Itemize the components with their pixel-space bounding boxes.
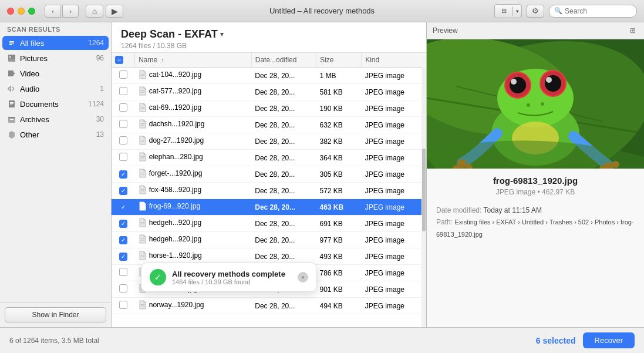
scrollbar-thumb[interactable] [422, 149, 426, 231]
row-size: 305 KB [316, 166, 362, 183]
sidebar-footer: Show in Finder [0, 302, 111, 327]
forward-button[interactable]: › [62, 5, 79, 18]
row-kind: JPEG image [362, 183, 426, 199]
all-files-icon [7, 38, 16, 48]
row-checkbox[interactable] [119, 268, 127, 276]
minimize-button[interactable] [18, 8, 25, 15]
row-size: 977 KB [316, 232, 362, 248]
col-header-name[interactable]: Name ↑ [135, 53, 252, 68]
table-row[interactable]: cat-577...920.jpgDec 28, 20...581 KBJPEG… [112, 84, 426, 100]
row-size: 786 KB [316, 265, 362, 281]
sidebar-item-other[interactable]: Other 13 [2, 127, 109, 142]
row-size: 581 KB [316, 84, 362, 100]
table-row[interactable]: fox-458...920.jpgDec 28, 20...572 KBJPEG… [112, 183, 426, 199]
sidebar-label-audio: Audio [20, 85, 96, 93]
filter-button[interactable]: ⚙ [527, 5, 544, 18]
row-checkbox[interactable] [119, 236, 127, 244]
svg-rect-14 [10, 119, 14, 120]
table-row[interactable]: norway...1920.jpgDec 28, 20...494 KBJPEG… [112, 298, 426, 314]
selected-badge: 6 selected [536, 336, 576, 345]
row-checkbox[interactable] [119, 103, 127, 112]
row-checkbox[interactable] [119, 187, 127, 195]
table-row[interactable]: elephan...280.jpgDec 28, 20...364 KBJPEG… [112, 150, 426, 166]
sidebar-item-documents[interactable]: Documents 1124 [2, 97, 109, 111]
row-name-text: frog-69...920.jpg [149, 202, 200, 210]
date-modified-label: Date modified: [436, 206, 481, 214]
view-toggle-grid[interactable]: ⊞ [495, 5, 512, 18]
row-checkbox[interactable] [119, 220, 127, 228]
svg-rect-32 [140, 207, 144, 208]
svg-rect-13 [8, 118, 15, 123]
row-kind: JPEG image [362, 232, 426, 248]
svg-point-57 [546, 77, 552, 83]
sidebar-count-audio: 1 [100, 85, 104, 93]
svg-point-56 [511, 79, 517, 85]
svg-rect-30 [140, 191, 144, 191]
table-row[interactable]: frog-69...920.jpgDec 28, 20...463 KBJPEG… [112, 199, 426, 216]
col-header-kind[interactable]: Kind [362, 53, 426, 68]
row-name-text: cat-577...920.jpg [149, 87, 201, 95]
titlebar-right: ⊞ ▾ ⚙ 🔍 [494, 4, 637, 18]
svg-rect-15 [140, 74, 144, 75]
toast-close-button[interactable]: × [298, 272, 308, 283]
row-checkbox[interactable] [119, 153, 127, 161]
sidebar-item-archives[interactable]: Archives 30 [2, 112, 109, 126]
row-name: frog-69...920.jpg [135, 199, 252, 216]
row-checkbox[interactable] [119, 203, 127, 211]
row-checkbox[interactable] [119, 170, 127, 179]
row-checkbox-cell [112, 183, 135, 199]
svg-rect-16 [140, 76, 144, 76]
row-name-text: dachsh...1920.jpg [149, 120, 205, 128]
date-modified-value: Today at 11:15 AM [484, 206, 542, 214]
col-header-check [112, 53, 135, 68]
sidebar-item-audio[interactable]: Audio 1 [2, 82, 109, 96]
bottom-status: 6 of 1264 items, 3.5 MB total [9, 337, 529, 345]
row-checkbox[interactable] [119, 136, 127, 144]
preview-image-container [427, 39, 644, 169]
table-row[interactable]: forget-...1920.jpgDec 28, 20...305 KBJPE… [112, 166, 426, 183]
row-checkbox-cell [112, 133, 135, 150]
svg-point-60 [527, 103, 530, 107]
search-input[interactable] [565, 7, 644, 15]
row-size: 382 KB [316, 133, 362, 150]
row-date: Dec 28, 20... [251, 298, 316, 314]
home-button[interactable]: ⌂ [86, 5, 103, 18]
col-header-date[interactable]: Date...odified [251, 53, 316, 68]
titlebar: ‹ › ⌂ ▶ Untitled – All recovery methods … [0, 0, 644, 22]
row-name-text: cat-69...1920.jpg [149, 103, 201, 112]
back-button[interactable]: ‹ [45, 5, 61, 18]
toolbar-buttons: ⌂ ▶ [86, 5, 123, 18]
row-checkbox[interactable] [119, 70, 127, 79]
table-row[interactable]: hedgeh...920.jpgDec 28, 20...691 KBJPEG … [112, 216, 426, 232]
row-checkbox[interactable] [119, 284, 127, 293]
recover-button[interactable]: Recover [583, 332, 635, 348]
action-button[interactable]: ▶ [106, 5, 123, 18]
search-box: 🔍 [549, 5, 637, 18]
row-date: Dec 28, 20... [251, 133, 316, 150]
path-value: Existing files › EXFAT › Untitled › Tras… [436, 218, 634, 237]
sidebar-item-all-files[interactable]: All files 1264 [2, 36, 109, 50]
fullscreen-button[interactable] [28, 8, 35, 15]
scan-title-dropdown[interactable]: ▾ [220, 31, 224, 38]
row-checkbox[interactable] [119, 253, 127, 261]
row-checkbox[interactable] [119, 120, 127, 128]
row-date: Dec 28, 20... [251, 100, 316, 117]
select-all-checkbox[interactable] [115, 56, 123, 64]
row-checkbox[interactable] [119, 87, 127, 95]
sidebar-item-pictures[interactable]: Pictures 96 [2, 51, 109, 65]
sidebar-count-all-files: 1264 [88, 39, 104, 47]
row-checkbox[interactable] [119, 301, 127, 309]
row-name: hedgeh...920.jpg [135, 216, 252, 232]
table-row[interactable]: hedgeh...920.jpgDec 28, 20...977 KBJPEG … [112, 232, 426, 248]
view-toggle-arrow[interactable]: ▾ [513, 5, 521, 18]
table-row[interactable]: dachsh...1920.jpgDec 28, 20...632 KBJPEG… [112, 117, 426, 133]
sidebar-item-video[interactable]: Video [2, 66, 109, 80]
file-icon: forget-...1920.jpg [139, 169, 203, 178]
table-row[interactable]: cat-69...1920.jpgDec 28, 20...190 KBJPEG… [112, 100, 426, 117]
col-header-size[interactable]: Size [316, 53, 362, 68]
table-row[interactable]: dog-27...1920.jpgDec 28, 20...382 KBJPEG… [112, 133, 426, 150]
close-button[interactable] [7, 8, 14, 15]
show-finder-button[interactable]: Show in Finder [5, 307, 106, 322]
expand-preview-button[interactable]: ⊞ [628, 25, 638, 36]
table-row[interactable]: cat-104...920.jpgDec 28, 20...1 MBJPEG i… [112, 68, 426, 84]
